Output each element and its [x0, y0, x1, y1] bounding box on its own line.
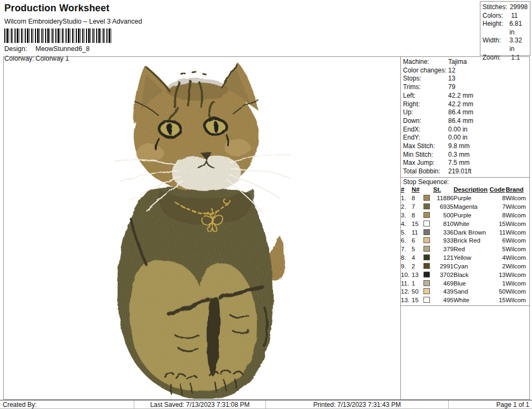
- table-row: 11.1469Blue1Wilcom: [401, 280, 529, 288]
- footer-page-number: Page 1 of 1: [449, 400, 532, 409]
- thread-color-swatch: [423, 254, 430, 260]
- info-label: Trims:: [403, 83, 448, 92]
- table-row: 7.5379Red5Wilcom: [401, 245, 529, 254]
- thread-color-swatch: [423, 297, 430, 303]
- footer-created-by: Created By:: [0, 400, 134, 409]
- col-header-num: #: [401, 186, 412, 194]
- main-area: Machine:Tajima Color changes:12 Stops:13…: [3, 56, 530, 400]
- info-value: 0.00 in: [448, 134, 468, 142]
- info-value: 12: [448, 67, 455, 75]
- info-label: Color changes:: [403, 67, 448, 75]
- machine-info-row: Color changes:12: [403, 67, 529, 75]
- machine-info-row: Max Jump:7.5 mm: [403, 159, 529, 167]
- thread-color-swatch: [423, 263, 430, 269]
- thread-color-swatch: [423, 221, 430, 227]
- header: Production Worksheet Wilcom EmbroiderySt…: [4, 3, 472, 62]
- design-stats-box: Stitches:29998 Colors:11 Height:6.81 in …: [480, 1, 530, 56]
- stop-sequence-title: Stop Sequence:: [401, 177, 529, 186]
- info-label: Up:: [403, 108, 448, 117]
- info-label: Right:: [403, 100, 448, 109]
- info-label: Min Stitch:: [403, 151, 448, 159]
- col-header-brand: Brand: [506, 186, 529, 194]
- machine-info-row: Min Stitch:0.3 mm: [403, 151, 529, 159]
- info-value: Tajima: [448, 58, 467, 67]
- machine-info-row: Max Stitch:9.8 mm: [403, 142, 529, 151]
- stat-label: Colors:: [483, 12, 511, 20]
- design-label: Design:: [4, 45, 35, 53]
- info-label: EndY:: [403, 134, 448, 142]
- stop-sequence-table-wrap: # N# St. Description Code Brand 1.811886…: [401, 186, 529, 306]
- stat-value: 6.81 in: [509, 20, 528, 36]
- info-label: Stops:: [403, 75, 448, 83]
- info-value: 79: [448, 83, 455, 92]
- info-value: 42.2 mm: [448, 92, 473, 100]
- table-row: 13.15495White15Wilcom: [401, 296, 529, 305]
- col-header-code: Code: [490, 186, 506, 194]
- info-label: Total Bobbin:: [403, 167, 448, 176]
- page-title: Production Worksheet: [4, 3, 472, 14]
- stop-sequence-table: # N# St. Description Code Brand 1.811886…: [401, 186, 529, 305]
- thread-color-swatch: [423, 272, 430, 277]
- thread-color-swatch: [423, 212, 430, 218]
- info-value: 13: [448, 75, 455, 83]
- stat-value: 29998: [510, 3, 528, 12]
- info-value: 9.8 mm: [448, 142, 470, 151]
- table-row: 8.4121Yellow4Wilcom: [401, 254, 529, 262]
- table-row: 1.811886Purple8Wilcom: [401, 194, 529, 203]
- table-row: 2.76935Magenta7Wilcom: [401, 203, 529, 211]
- info-label: Down:: [403, 117, 448, 126]
- info-value: 0.00 in: [448, 126, 468, 134]
- stat-label: Height:: [483, 20, 509, 36]
- stat-row: Colors:11: [483, 12, 528, 20]
- stat-label: Stitches:: [483, 3, 510, 12]
- machine-info-row: Total Bobbin:219.01ft: [403, 167, 529, 176]
- design-barcode: [4, 28, 113, 43]
- table-row: 9.22991Cyan2Wilcom: [401, 262, 529, 271]
- info-value: 0.3 mm: [448, 151, 470, 159]
- col-header-swatch: [423, 186, 433, 194]
- thread-color-swatch: [423, 246, 430, 252]
- machine-info-row: Up:86.4 mm: [403, 108, 529, 117]
- machine-info-row: Down:86.4 mm: [403, 117, 529, 126]
- machine-info-row: Trims:79: [403, 83, 529, 92]
- thread-color-swatch: [423, 280, 430, 286]
- thread-color-swatch: [423, 195, 430, 201]
- stat-value: 3.32 in: [509, 36, 528, 53]
- stat-row: Stitches:29998: [483, 3, 528, 12]
- stat-row: Width:3.32 in: [483, 36, 528, 53]
- info-label: Max Jump:: [403, 159, 448, 167]
- stat-row: Height:6.81 in: [483, 20, 528, 36]
- stat-label: Width:: [483, 36, 509, 53]
- machine-info-row: Left:42.2 mm: [403, 92, 529, 100]
- machine-info-row: EndY:0.00 in: [403, 134, 529, 142]
- table-row: 3.8500Purple8Wilcom: [401, 211, 529, 220]
- cat-embroidery-preview: [96, 59, 321, 399]
- info-label: EndX:: [403, 126, 448, 134]
- thread-color-swatch: [423, 229, 430, 235]
- machine-info-row: EndX:0.00 in: [403, 126, 529, 134]
- thread-color-swatch: [423, 288, 430, 294]
- machine-info-row: Machine:Tajima: [403, 58, 529, 67]
- info-value: 7.5 mm: [448, 159, 470, 167]
- machine-info-row: Stops:13: [403, 75, 529, 83]
- table-row: 5.11336Dark Brown11Wilcom: [401, 229, 529, 237]
- table-row: 6.6933Brick Red6Wilcom: [401, 237, 529, 245]
- table-row: 10.133702Black13Wilcom: [401, 271, 529, 280]
- footer-last-saved: Last Saved: 7/13/2023 7:31:08 PM: [134, 400, 266, 409]
- table-row: 4.15810White15Wilcom: [401, 220, 529, 229]
- col-header-description: Description: [454, 186, 490, 194]
- info-label: Max Stitch:: [403, 142, 448, 151]
- software-subtitle: Wilcom EmbroideryStudio – Level 3 Advanc…: [4, 18, 472, 25]
- info-value: 86.4 mm: [448, 117, 473, 126]
- stat-value: 11: [511, 12, 517, 20]
- info-value: 86.4 mm: [448, 108, 473, 117]
- thread-color-swatch: [423, 203, 430, 209]
- table-row: 12.50439Sand50Wilcom: [401, 288, 529, 296]
- info-value: 219.01ft: [448, 167, 471, 176]
- footer: Created By: Last Saved: 7/13/2023 7:31:0…: [0, 400, 532, 409]
- table-header-row: # N# St. Description Code Brand: [401, 186, 529, 194]
- thread-color-swatch: [423, 237, 430, 243]
- design-row: Design: MeowStunned6_8: [4, 45, 472, 53]
- info-value: 42.2 mm: [448, 100, 473, 109]
- design-canvas: [4, 57, 400, 399]
